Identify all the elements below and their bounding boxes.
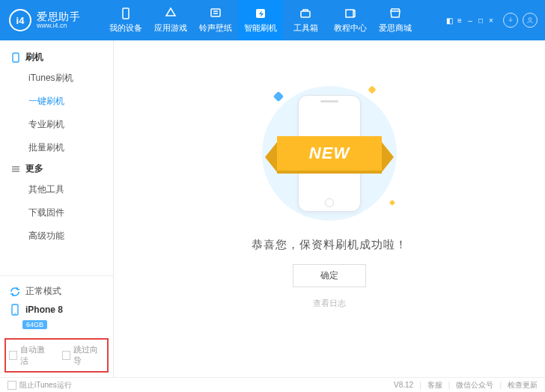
maximize-icon[interactable]: □ [476, 16, 485, 25]
nav-label: 我的设备 [109, 22, 142, 34]
nav-ringtone[interactable]: 铃声壁纸 [193, 0, 238, 40]
svg-rect-5 [13, 53, 19, 62]
status-bar: 阻止iTunes运行 V8.12 | 客服 | 微信公众号 | 检查更新 [0, 377, 545, 392]
option-checkbox[interactable]: 跳过向导 [62, 344, 105, 367]
sidebar-item[interactable]: 一键刷机 [0, 90, 113, 113]
download-button[interactable] [503, 13, 518, 28]
checkbox-label: 自动激活 [20, 344, 51, 367]
user-button[interactable] [523, 13, 538, 28]
sidebar-item[interactable]: 批量刷机 [0, 136, 113, 159]
version-label: V8.12 [394, 381, 413, 389]
svg-rect-3 [301, 11, 310, 17]
footer-link-update[interactable]: 检查更新 [508, 380, 538, 391]
svg-point-4 [529, 18, 532, 21]
success-message: 恭喜您，保资料刷机成功啦！ [252, 238, 407, 252]
group-phone[interactable]: 刷机 [0, 48, 113, 67]
tshirt-icon[interactable]: ◧ [445, 16, 454, 25]
ringtone-icon [209, 7, 222, 20]
minimize-icon[interactable]: – [466, 16, 475, 25]
phone-icon [10, 52, 21, 63]
nav-tutorial[interactable]: 教程中心 [328, 0, 373, 40]
brand-url: www.i4.cn [37, 22, 80, 29]
close-icon[interactable]: × [487, 16, 496, 25]
top-nav: 我的设备应用游戏铃声壁纸智能刷机工具箱教程中心爱思商城 [103, 0, 418, 40]
logo-icon: i4 [9, 9, 31, 31]
block-itunes-checkbox[interactable] [7, 381, 16, 390]
nav-toolbox[interactable]: 工具箱 [283, 0, 328, 40]
phone-icon [9, 304, 21, 316]
device-row[interactable]: iPhone 8 [7, 301, 106, 319]
nav-label: 工具箱 [293, 22, 318, 34]
logo: i4 爱思助手 www.i4.cn [0, 9, 103, 31]
main-panel: NEW 恭喜您，保资料刷机成功啦！ 确定 查看日志 [114, 40, 545, 377]
checkbox-icon [62, 351, 70, 360]
svg-rect-0 [123, 8, 129, 19]
confirm-button[interactable]: 确定 [293, 264, 366, 287]
sidebar-item[interactable]: 专业刷机 [0, 113, 113, 136]
success-illustration: NEW [251, 82, 408, 224]
apps-icon [164, 7, 177, 20]
sidebar: 刷机iTunes刷机一键刷机专业刷机批量刷机更多其他工具下载固件高级功能 正常模… [0, 40, 114, 377]
device-icon [119, 7, 133, 20]
nav-store[interactable]: 爱思商城 [373, 0, 418, 40]
window-controls: ◧ ≡ – □ × [445, 16, 496, 25]
nav-label: 智能刷机 [244, 22, 277, 34]
options-row: 自动激活跳过向导 [4, 338, 109, 373]
block-itunes-label: 阻止iTunes运行 [19, 380, 72, 391]
nav-label: 教程中心 [334, 22, 367, 34]
sidebar-item[interactable]: iTunes刷机 [0, 67, 113, 90]
nav-label: 应用游戏 [154, 22, 187, 34]
device-name: iPhone 8 [25, 304, 63, 315]
sidebar-item[interactable]: 高级功能 [0, 224, 113, 248]
group-more[interactable]: 更多 [0, 159, 113, 178]
tutorial-icon [344, 7, 357, 20]
group-title: 刷机 [25, 51, 43, 64]
menu-icon[interactable]: ≡ [455, 16, 464, 25]
view-log-link[interactable]: 查看日志 [313, 298, 346, 309]
svg-point-7 [14, 313, 16, 314]
option-checkbox[interactable]: 自动激活 [9, 344, 52, 367]
refresh-icon [9, 286, 21, 298]
storage-badge: 64GB [22, 320, 47, 329]
nav-label: 爱思商城 [379, 22, 412, 34]
nav-device[interactable]: 我的设备 [103, 0, 148, 40]
checkbox-label: 跳过向导 [73, 344, 104, 367]
footer-link-wechat[interactable]: 微信公众号 [456, 380, 493, 391]
new-ribbon-icon: NEW [277, 136, 382, 171]
svg-rect-1 [211, 9, 220, 16]
footer-link-support[interactable]: 客服 [427, 380, 442, 391]
mode-label: 正常模式 [25, 285, 61, 298]
nav-label: 铃声壁纸 [199, 22, 232, 34]
checkbox-icon [9, 351, 17, 360]
toolbox-icon [299, 7, 312, 20]
brand-name: 爱思助手 [37, 11, 80, 22]
sidebar-item[interactable]: 其他工具 [0, 178, 113, 201]
mode-row[interactable]: 正常模式 [7, 282, 106, 301]
store-icon [389, 7, 402, 20]
sidebar-item[interactable]: 下载固件 [0, 201, 113, 224]
nav-apps[interactable]: 应用游戏 [148, 0, 193, 40]
group-title: 更多 [25, 162, 43, 175]
more-icon [10, 164, 21, 174]
flash-icon [254, 7, 267, 20]
nav-flash[interactable]: 智能刷机 [238, 0, 283, 40]
